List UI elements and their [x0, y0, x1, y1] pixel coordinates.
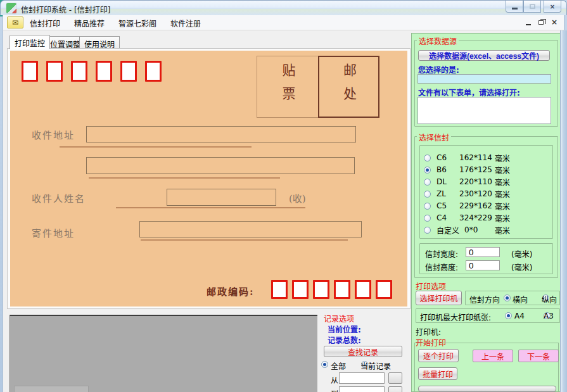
menu-item-zhiyuan[interactable]: 智源七彩阁 — [118, 18, 156, 28]
stamp-right-text: 邮处 — [340, 63, 359, 110]
height-unit-label: (毫米) — [511, 262, 532, 272]
underline — [89, 177, 280, 179]
menu-bar: ✉ 信封打印 精品推荐 智源七彩阁 软件注册 × — [3, 15, 564, 30]
a4-radio[interactable] — [505, 312, 512, 319]
close-button[interactable]: × — [544, 1, 561, 13]
radio-icon — [424, 191, 431, 198]
underline — [116, 207, 305, 208]
recipient-address-box1 — [86, 126, 356, 142]
print-monitor-page: 贴票 邮处 收件地址 收件人姓名 (收) 寄件地址 邮政编码: — [7, 48, 411, 309]
paper-size-label: 打印机最大打印纸张: — [420, 312, 491, 322]
choose-datasource-button[interactable]: 选择数据源(excel、access文件) — [418, 50, 550, 61]
record-grid[interactable] — [10, 315, 320, 392]
envelope-preview: 贴票 邮处 收件地址 收件人姓名 (收) 寄件地址 邮政编码: — [10, 51, 407, 307]
postal-box — [271, 280, 288, 299]
envelope-size-option-b6[interactable]: B6 176*125 毫米 — [424, 165, 510, 174]
envelope-select-title: 选择信封 — [417, 132, 451, 142]
sheets-label: 文件有以下表单，请选择打开: — [418, 87, 520, 98]
record-options-title: 记录选项 — [324, 313, 354, 324]
next-record-button[interactable]: 下一条 — [518, 350, 559, 362]
postal-code-boxes-bottom — [271, 280, 392, 299]
all-records-radio[interactable] — [321, 361, 328, 368]
prev-record-button[interactable]: 上一条 — [473, 350, 513, 362]
envelope-height-label: 信封高度: — [425, 262, 458, 272]
stamp-cell-right: 邮处 — [318, 56, 379, 118]
radio-icon — [424, 167, 431, 174]
print-options-title: 打印选项 — [416, 281, 446, 291]
recipient-address-box2 — [86, 157, 355, 174]
minimize-button[interactable] — [506, 1, 523, 13]
sender-address-box — [139, 221, 362, 237]
envelope-width-input[interactable] — [466, 247, 500, 257]
workspace: 打印监控 位置调整 使用说明 贴票 邮处 — [3, 30, 564, 392]
portrait-label: 纵向 — [542, 294, 557, 305]
maximize-button[interactable] — [523, 1, 541, 13]
find-records-button[interactable]: 查找记录 — [324, 346, 402, 357]
grid-row-stub — [14, 386, 89, 392]
current-record-label: 当前记录 — [360, 360, 391, 371]
landscape-radio[interactable] — [504, 294, 511, 301]
title-bar: 信封打印系统 - [信封打印] × — [0, 0, 567, 15]
recipient-address-label: 收件地址 — [32, 128, 75, 141]
envelope-size-option-dl[interactable]: DL 220*110 毫米 — [424, 177, 510, 186]
radio-icon — [424, 227, 431, 234]
radio-icon — [424, 203, 431, 210]
window-border-right — [560, 30, 567, 392]
a3-label: A3 — [544, 312, 554, 320]
to-input[interactable] — [339, 386, 385, 392]
maximize-icon — [530, 4, 535, 9]
stamp-area: 贴票 邮处 — [257, 56, 379, 118]
envelope-width-label: 信封宽度: — [425, 248, 458, 259]
menu-item-register[interactable]: 软件注册 — [170, 18, 201, 28]
envelope-size-option-zl[interactable]: ZL 230*120 毫米 — [424, 189, 510, 198]
postal-box — [46, 61, 63, 82]
sender-address-label: 寄件地址 — [32, 226, 75, 239]
envelope-icon[interactable]: ✉ — [7, 16, 23, 28]
record-total-label: 记录总数: — [328, 334, 361, 345]
single-print-button[interactable]: 逐个打印 — [418, 349, 459, 362]
postal-box — [22, 61, 38, 82]
postal-box — [313, 280, 329, 299]
mdi-minimize-icon[interactable] — [526, 24, 531, 25]
envelope-height-input[interactable] — [466, 260, 500, 270]
tab-print-monitor[interactable]: 打印监控 — [10, 35, 50, 49]
envelope-size-option-c5[interactable]: C5 229*162 毫米 — [424, 201, 510, 210]
stamp-cell-left: 贴票 — [257, 56, 318, 118]
width-unit-label: (毫米) — [511, 248, 532, 259]
landscape-label: 横向 — [513, 294, 528, 305]
tab-instructions[interactable]: 使用说明 — [79, 36, 120, 49]
print-progress-bar — [418, 386, 556, 392]
envelope-size-option-c6[interactable]: C6 162*114 毫米 — [424, 153, 510, 162]
recipient-name-label: 收件人姓名 — [32, 191, 86, 205]
from-picker-button[interactable] — [388, 372, 402, 384]
from-label: 从 — [331, 374, 338, 385]
to-picker-button[interactable] — [388, 386, 402, 392]
recipient-name-box — [167, 189, 276, 206]
stamp-left-text: 贴票 — [278, 63, 297, 110]
postal-box — [292, 280, 309, 299]
envelope-size-option-custom[interactable]: 自定义 0*0 毫米 — [424, 225, 510, 234]
menu-item-envelope-print[interactable]: 信封打印 — [30, 18, 60, 28]
sidebar: 选择数据源 选择数据源(excel、access文件) 您选择的是: 文件有以下… — [411, 33, 561, 392]
app-icon — [6, 3, 16, 13]
postal-box — [355, 280, 371, 299]
to-label: 到 — [331, 388, 338, 392]
menu-item-recommend[interactable]: 精品推荐 — [74, 18, 105, 28]
select-printer-button[interactable]: 选择打印机 — [416, 291, 462, 305]
from-input[interactable] — [339, 372, 385, 384]
sheets-listbox[interactable] — [417, 97, 551, 124]
batch-print-button[interactable]: 批量打印 — [418, 367, 457, 380]
minimize-icon — [512, 8, 518, 9]
all-records-label: 全部 — [331, 360, 346, 371]
close-icon: × — [550, 3, 555, 10]
recipient-suffix: (收) — [289, 191, 306, 205]
mdi-close-icon[interactable]: × — [551, 18, 557, 27]
selected-datasource-input[interactable] — [417, 74, 551, 84]
custom-size-box: 信封宽度: (毫米) 信封高度: (毫米) — [419, 243, 553, 274]
menu-items: 信封打印 精品推荐 智源七彩阁 软件注册 — [30, 18, 201, 28]
paper-size-box: 打印机最大打印纸张: A4 A3 — [416, 308, 560, 323]
radio-icon — [424, 155, 431, 161]
mdi-restore-icon[interactable] — [538, 20, 544, 25]
radio-icon — [424, 215, 431, 222]
envelope-size-option-c4[interactable]: C4 324*229 毫米 — [424, 213, 510, 222]
